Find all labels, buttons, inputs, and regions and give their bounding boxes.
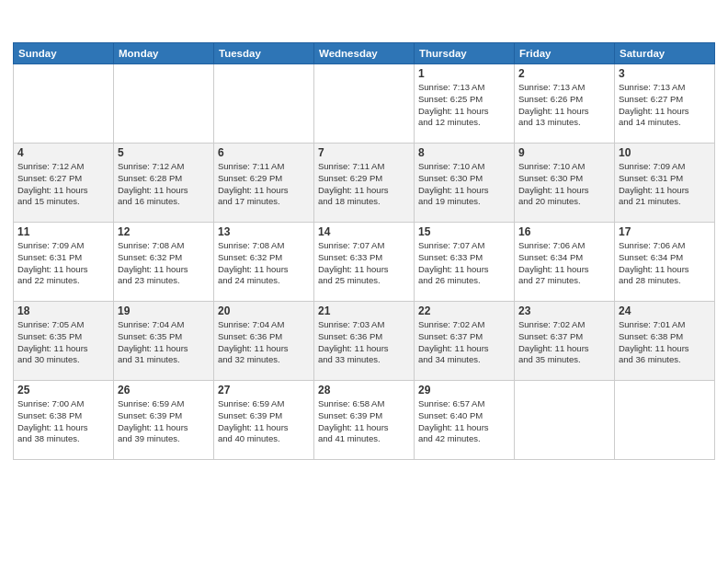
- day-number: 9: [518, 146, 610, 159]
- day-of-week-header: Tuesday: [214, 43, 314, 64]
- day-info: Sunrise: 6:59 AM Sunset: 6:39 PM Dayligh…: [218, 398, 310, 445]
- day-number: 20: [218, 304, 310, 317]
- day-of-week-header: Saturday: [615, 43, 715, 64]
- calendar-day-cell: [615, 381, 715, 460]
- calendar-day-cell: [14, 64, 114, 144]
- calendar-day-cell: 15Sunrise: 7:07 AM Sunset: 6:33 PM Dayli…: [415, 223, 515, 302]
- day-info: Sunrise: 7:02 AM Sunset: 6:37 PM Dayligh…: [418, 319, 510, 366]
- day-info: Sunrise: 7:01 AM Sunset: 6:38 PM Dayligh…: [619, 319, 711, 366]
- day-of-week-header: Friday: [515, 43, 615, 64]
- day-number: 5: [118, 146, 210, 159]
- day-info: Sunrise: 7:08 AM Sunset: 6:32 PM Dayligh…: [218, 240, 310, 287]
- calendar-day-cell: 21Sunrise: 7:03 AM Sunset: 6:36 PM Dayli…: [314, 302, 415, 381]
- calendar-day-cell: 27Sunrise: 6:59 AM Sunset: 6:39 PM Dayli…: [214, 381, 314, 460]
- calendar-day-cell: 7Sunrise: 7:11 AM Sunset: 6:29 PM Daylig…: [314, 144, 415, 223]
- calendar-week-row: 18Sunrise: 7:05 AM Sunset: 6:35 PM Dayli…: [14, 302, 715, 381]
- calendar-day-cell: 18Sunrise: 7:05 AM Sunset: 6:35 PM Dayli…: [14, 302, 114, 381]
- calendar-week-row: 1Sunrise: 7:13 AM Sunset: 6:25 PM Daylig…: [14, 64, 715, 144]
- logo: [13, 11, 40, 37]
- logo-icon: [13, 11, 39, 37]
- day-number: 22: [418, 304, 510, 317]
- calendar-day-cell: 3Sunrise: 7:13 AM Sunset: 6:27 PM Daylig…: [615, 64, 715, 144]
- calendar-day-cell: 16Sunrise: 7:06 AM Sunset: 6:34 PM Dayli…: [515, 223, 615, 302]
- day-info: Sunrise: 7:11 AM Sunset: 6:29 PM Dayligh…: [318, 161, 410, 208]
- calendar-week-row: 25Sunrise: 7:00 AM Sunset: 6:38 PM Dayli…: [14, 381, 715, 460]
- day-number: 28: [318, 384, 410, 396]
- day-number: 17: [619, 225, 711, 238]
- day-number: 21: [318, 304, 410, 317]
- calendar-day-cell: 2Sunrise: 7:13 AM Sunset: 6:26 PM Daylig…: [515, 64, 615, 144]
- day-info: Sunrise: 7:07 AM Sunset: 6:33 PM Dayligh…: [418, 240, 510, 287]
- day-info: Sunrise: 7:02 AM Sunset: 6:37 PM Dayligh…: [518, 319, 610, 366]
- day-info: Sunrise: 7:06 AM Sunset: 6:34 PM Dayligh…: [518, 240, 610, 287]
- day-number: 6: [218, 146, 310, 159]
- day-number: 4: [17, 146, 109, 159]
- calendar-day-cell: 28Sunrise: 6:58 AM Sunset: 6:39 PM Dayli…: [314, 381, 415, 460]
- calendar-day-cell: 14Sunrise: 7:07 AM Sunset: 6:33 PM Dayli…: [314, 223, 415, 302]
- day-info: Sunrise: 6:57 AM Sunset: 6:40 PM Dayligh…: [418, 398, 510, 445]
- day-info: Sunrise: 7:06 AM Sunset: 6:34 PM Dayligh…: [619, 240, 711, 287]
- day-info: Sunrise: 7:13 AM Sunset: 6:25 PM Dayligh…: [418, 82, 510, 129]
- day-number: 24: [619, 304, 711, 317]
- day-number: 27: [218, 384, 310, 396]
- day-number: 14: [318, 225, 410, 238]
- day-info: Sunrise: 7:04 AM Sunset: 6:35 PM Dayligh…: [118, 319, 210, 366]
- calendar-day-cell: 22Sunrise: 7:02 AM Sunset: 6:37 PM Dayli…: [415, 302, 515, 381]
- calendar-day-cell: 1Sunrise: 7:13 AM Sunset: 6:25 PM Daylig…: [415, 64, 515, 144]
- day-number: 26: [118, 384, 210, 396]
- calendar-day-cell: 12Sunrise: 7:08 AM Sunset: 6:32 PM Dayli…: [114, 223, 214, 302]
- day-number: 18: [17, 304, 109, 317]
- day-number: 13: [218, 225, 310, 238]
- day-number: 2: [518, 67, 610, 80]
- calendar-day-cell: 9Sunrise: 7:10 AM Sunset: 6:30 PM Daylig…: [515, 144, 615, 223]
- day-number: 15: [418, 225, 510, 238]
- day-number: 8: [418, 146, 510, 159]
- day-number: 7: [318, 146, 410, 159]
- day-info: Sunrise: 7:09 AM Sunset: 6:31 PM Dayligh…: [619, 161, 711, 208]
- calendar-day-cell: 19Sunrise: 7:04 AM Sunset: 6:35 PM Dayli…: [114, 302, 214, 381]
- page-header: [13, 11, 715, 37]
- day-number: 12: [118, 225, 210, 238]
- calendar-day-cell: 6Sunrise: 7:11 AM Sunset: 6:29 PM Daylig…: [214, 144, 314, 223]
- calendar-week-row: 11Sunrise: 7:09 AM Sunset: 6:31 PM Dayli…: [14, 223, 715, 302]
- day-info: Sunrise: 7:12 AM Sunset: 6:27 PM Dayligh…: [17, 161, 109, 208]
- day-number: 25: [17, 384, 109, 396]
- day-info: Sunrise: 7:07 AM Sunset: 6:33 PM Dayligh…: [318, 240, 410, 287]
- day-number: 16: [518, 225, 610, 238]
- day-number: 10: [619, 146, 711, 159]
- calendar-day-cell: 8Sunrise: 7:10 AM Sunset: 6:30 PM Daylig…: [415, 144, 515, 223]
- day-info: Sunrise: 7:11 AM Sunset: 6:29 PM Dayligh…: [218, 161, 310, 208]
- day-of-week-header: Sunday: [14, 43, 114, 64]
- calendar-day-cell: 11Sunrise: 7:09 AM Sunset: 6:31 PM Dayli…: [14, 223, 114, 302]
- calendar-header-row: SundayMondayTuesdayWednesdayThursdayFrid…: [14, 43, 715, 64]
- calendar-day-cell: 13Sunrise: 7:08 AM Sunset: 6:32 PM Dayli…: [214, 223, 314, 302]
- calendar-day-cell: 20Sunrise: 7:04 AM Sunset: 6:36 PM Dayli…: [214, 302, 314, 381]
- calendar-day-cell: 29Sunrise: 6:57 AM Sunset: 6:40 PM Dayli…: [415, 381, 515, 460]
- day-info: Sunrise: 7:09 AM Sunset: 6:31 PM Dayligh…: [17, 240, 109, 287]
- day-info: Sunrise: 7:00 AM Sunset: 6:38 PM Dayligh…: [17, 398, 109, 445]
- calendar-day-cell: [515, 381, 615, 460]
- calendar-week-row: 4Sunrise: 7:12 AM Sunset: 6:27 PM Daylig…: [14, 144, 715, 223]
- day-info: Sunrise: 6:59 AM Sunset: 6:39 PM Dayligh…: [118, 398, 210, 445]
- day-info: Sunrise: 7:08 AM Sunset: 6:32 PM Dayligh…: [118, 240, 210, 287]
- day-number: 3: [619, 67, 711, 80]
- calendar: SundayMondayTuesdayWednesdayThursdayFrid…: [13, 42, 715, 460]
- calendar-day-cell: 17Sunrise: 7:06 AM Sunset: 6:34 PM Dayli…: [615, 223, 715, 302]
- calendar-day-cell: [214, 64, 314, 144]
- day-number: 29: [418, 384, 510, 396]
- calendar-day-cell: 5Sunrise: 7:12 AM Sunset: 6:28 PM Daylig…: [114, 144, 214, 223]
- day-info: Sunrise: 7:13 AM Sunset: 6:26 PM Dayligh…: [518, 82, 610, 129]
- day-info: Sunrise: 7:05 AM Sunset: 6:35 PM Dayligh…: [17, 319, 109, 366]
- day-of-week-header: Monday: [114, 43, 214, 64]
- day-number: 19: [118, 304, 210, 317]
- day-info: Sunrise: 7:10 AM Sunset: 6:30 PM Dayligh…: [518, 161, 610, 208]
- day-info: Sunrise: 7:13 AM Sunset: 6:27 PM Dayligh…: [619, 82, 711, 129]
- day-number: 23: [518, 304, 610, 317]
- calendar-day-cell: 4Sunrise: 7:12 AM Sunset: 6:27 PM Daylig…: [14, 144, 114, 223]
- calendar-day-cell: 25Sunrise: 7:00 AM Sunset: 6:38 PM Dayli…: [14, 381, 114, 460]
- calendar-day-cell: 26Sunrise: 6:59 AM Sunset: 6:39 PM Dayli…: [114, 381, 214, 460]
- day-info: Sunrise: 7:03 AM Sunset: 6:36 PM Dayligh…: [318, 319, 410, 366]
- day-number: 11: [17, 225, 109, 238]
- calendar-day-cell: 24Sunrise: 7:01 AM Sunset: 6:38 PM Dayli…: [615, 302, 715, 381]
- day-of-week-header: Thursday: [415, 43, 515, 64]
